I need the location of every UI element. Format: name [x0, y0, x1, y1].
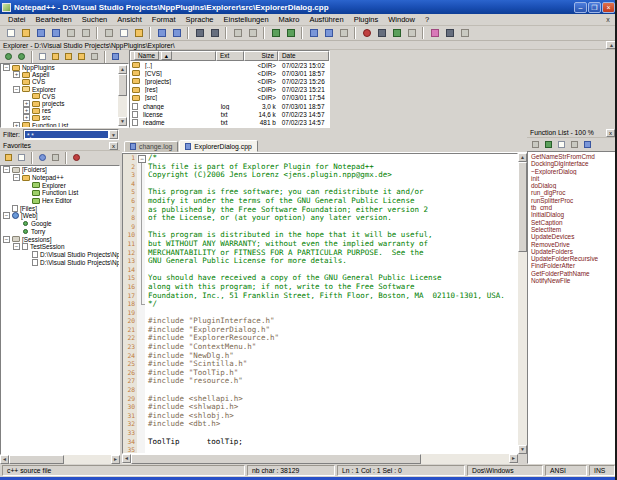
- show-all-characters-icon[interactable]: [322, 27, 335, 40]
- find-in-files-icon[interactable]: [63, 51, 74, 62]
- function-item[interactable]: run_dlgProc: [528, 189, 616, 196]
- cut-icon[interactable]: [102, 27, 115, 40]
- delete-link-icon[interactable]: [71, 152, 82, 163]
- help-icon[interactable]: [582, 139, 593, 150]
- go-back-icon[interactable]: [3, 51, 14, 62]
- find-icon[interactable]: [193, 27, 206, 40]
- code-line[interactable]: [145, 223, 517, 232]
- tree-item[interactable]: D:\Visual Studio Projects\NppPlugins: [1, 258, 119, 266]
- word-wrap-icon[interactable]: [307, 27, 320, 40]
- expander-minus-icon[interactable]: −: [13, 243, 20, 250]
- menu-item-suchen[interactable]: Suchen: [77, 15, 112, 24]
- scroll-left-icon[interactable]: ◄: [122, 454, 131, 463]
- new-file-icon[interactable]: [37, 51, 48, 62]
- mime-tools-icon[interactable]: [428, 27, 441, 40]
- zoom-out-icon[interactable]: [246, 27, 259, 40]
- update-tree-icon[interactable]: [110, 51, 121, 62]
- scroll-right-icon[interactable]: ►: [509, 454, 518, 463]
- fold-collapse-icon[interactable]: [137, 154, 145, 163]
- scroll-up-icon[interactable]: ▲: [118, 65, 127, 74]
- column-header-ext[interactable]: Ext: [216, 51, 244, 61]
- function-item[interactable]: FindFolderAfter: [528, 262, 616, 269]
- paste-icon[interactable]: [132, 27, 145, 40]
- file-row[interactable]: [CVS]<DIR>07/03/01 18:57: [130, 69, 329, 77]
- column-header-name[interactable]: Name ▴: [130, 51, 216, 61]
- expander-minus-icon[interactable]: −: [13, 174, 20, 181]
- function-item[interactable]: SetCaption: [528, 219, 616, 226]
- scroll-up-icon[interactable]: ▲: [518, 153, 527, 162]
- code-line[interactable]: #include <shlwapi.h>: [145, 403, 517, 412]
- code-line[interactable]: Copyright (C)2006 Jens Lorenz <jens.plug…: [145, 171, 517, 180]
- code-line[interactable]: [145, 309, 517, 318]
- tree-item[interactable]: −Explorer: [1, 86, 128, 93]
- code-line[interactable]: as published by the Free Software Founda…: [145, 206, 517, 215]
- code-line[interactable]: #include <dbt.h>: [145, 420, 517, 429]
- scrollbar-thumb[interactable]: [131, 454, 421, 464]
- function-item[interactable]: NotifyNewFile: [528, 277, 616, 284]
- code-line[interactable]: #include "ToolTip.h": [145, 369, 517, 378]
- sort-icon[interactable]: [530, 139, 541, 150]
- function-item[interactable]: GetFolderPathName: [528, 270, 616, 277]
- sync-vertical-icon[interactable]: [269, 27, 282, 40]
- tree-item[interactable]: −[Web]: [1, 212, 119, 220]
- function-item[interactable]: GetNameStrFromCmd: [528, 153, 616, 160]
- code-line[interactable]: #include "ExplorerDialog.h": [145, 326, 517, 335]
- expander-minus-icon[interactable]: −: [3, 212, 10, 219]
- macro-record-icon[interactable]: [360, 27, 373, 40]
- undo-icon[interactable]: [155, 27, 168, 40]
- code-line[interactable]: [145, 446, 517, 454]
- expander-minus-icon[interactable]: −: [13, 86, 20, 93]
- tree-item[interactable]: Explorer: [1, 181, 119, 189]
- menu-item-bearbeiten[interactable]: Bearbeiten: [31, 15, 77, 24]
- expander-minus-icon[interactable]: −: [3, 166, 10, 173]
- maximize-button[interactable]: ❐: [588, 2, 601, 13]
- hex-editor-icon[interactable]: [443, 27, 456, 40]
- code-line[interactable]: #include "PluginInterface.h": [145, 317, 517, 326]
- code-line[interactable]: along with this program; if not, write t…: [145, 283, 517, 292]
- function-item[interactable]: ~ExplorerDialog: [528, 168, 616, 175]
- code-line[interactable]: /*: [145, 154, 517, 163]
- tree-item[interactable]: +src: [1, 114, 128, 121]
- scroll-right-icon[interactable]: ►: [111, 455, 120, 464]
- function-item[interactable]: init: [528, 175, 616, 182]
- new-folder-icon[interactable]: [50, 51, 61, 62]
- go-forward-icon[interactable]: [16, 51, 27, 62]
- link-session-icon[interactable]: [50, 152, 61, 163]
- tree-item[interactable]: CVS: [1, 78, 128, 85]
- code-line[interactable]: [145, 386, 517, 395]
- function-item[interactable]: UpdateFolders: [528, 248, 616, 255]
- filter-combobox[interactable]: *.* ▼: [23, 129, 119, 140]
- filter-value[interactable]: *.*: [25, 131, 108, 138]
- code-line[interactable]: but WITHOUT ANY WARRANTY; without even t…: [145, 240, 517, 249]
- menu-item-datei[interactable]: Datei: [3, 15, 31, 24]
- expander-minus-icon[interactable]: −: [3, 64, 10, 71]
- track-caret-icon[interactable]: [556, 139, 567, 150]
- tab-change-log[interactable]: change.log: [124, 141, 178, 152]
- code-line[interactable]: */: [145, 300, 517, 309]
- tree-item[interactable]: +res: [1, 107, 128, 114]
- tree-vertical-scrollbar[interactable]: ▲ ▼: [118, 65, 127, 126]
- tree-item[interactable]: Torry: [1, 228, 119, 236]
- tree-item[interactable]: −Notepad++: [1, 174, 119, 182]
- settings-icon[interactable]: [569, 139, 580, 150]
- open-file-icon[interactable]: [19, 27, 32, 40]
- file-row[interactable]: changelog3,0 k07/03/01 18:57: [130, 102, 329, 110]
- copy-path-icon[interactable]: [89, 51, 100, 62]
- file-row[interactable]: [projects]<DIR>07/02/23 15:26: [130, 77, 329, 85]
- code-line[interactable]: #include "NewDlg.h": [145, 352, 517, 361]
- code-view[interactable]: 1/* 2This file is part of Explorer Plugi…: [122, 153, 518, 454]
- tab-explorerdialog-cpp[interactable]: ExplorerDialog.cpp: [179, 140, 257, 152]
- menu-item-makro[interactable]: Makro: [274, 15, 305, 24]
- tree-item[interactable]: Hex Editor: [1, 197, 119, 205]
- column-header-date[interactable]: Date: [278, 51, 329, 61]
- code-line[interactable]: This program is free software; you can r…: [145, 188, 517, 197]
- tree-item[interactable]: +Aspell: [1, 71, 128, 78]
- zoom-in-icon[interactable]: [231, 27, 244, 40]
- file-row[interactable]: [res]<DIR>07/02/23 15:21: [130, 86, 329, 94]
- minimize-button[interactable]: –: [574, 2, 587, 13]
- function-item[interactable]: DockingDlgInterface: [528, 160, 616, 167]
- code-line[interactable]: This program is distributed in the hope …: [145, 231, 517, 240]
- file-row[interactable]: [..]<DIR>07/02/23 15:02: [130, 61, 329, 69]
- tree-item[interactable]: +projects: [1, 100, 128, 107]
- code-line[interactable]: modify it under the terms of the GNU Gen…: [145, 197, 517, 206]
